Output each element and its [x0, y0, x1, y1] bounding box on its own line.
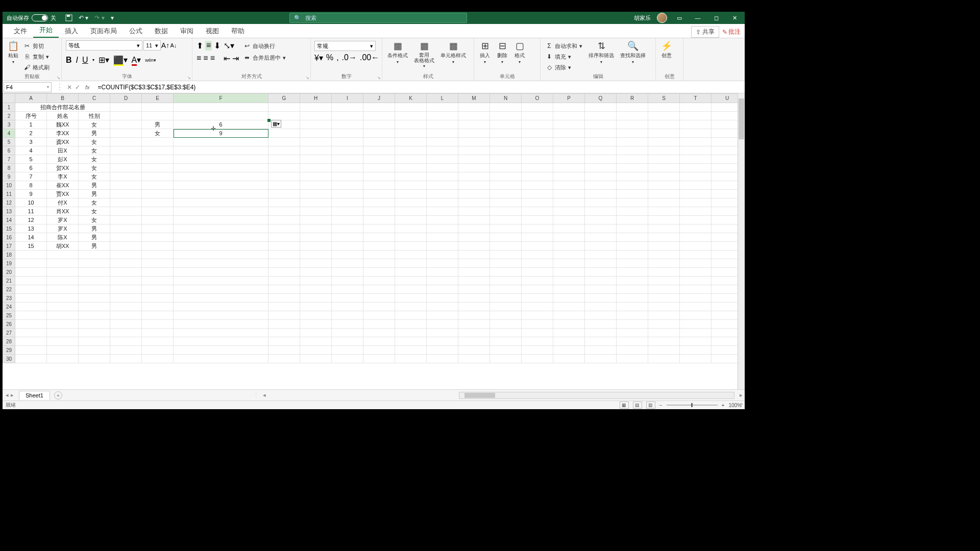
- cell[interactable]: [553, 294, 585, 303]
- fx-icon[interactable]: fx: [83, 84, 92, 90]
- cell[interactable]: [427, 155, 458, 164]
- cell[interactable]: [268, 268, 300, 277]
- cell[interactable]: [363, 120, 395, 129]
- cell[interactable]: [47, 268, 79, 277]
- cell[interactable]: [47, 285, 79, 294]
- cell[interactable]: [300, 251, 332, 259]
- row-header[interactable]: 23: [3, 294, 15, 303]
- cell[interactable]: [174, 277, 268, 285]
- cell[interactable]: [585, 164, 617, 172]
- zoom-in-icon[interactable]: +: [722, 403, 725, 408]
- cell[interactable]: [268, 172, 300, 181]
- cell[interactable]: [553, 329, 585, 337]
- cell[interactable]: [142, 172, 174, 181]
- zoom-slider[interactable]: [667, 405, 718, 406]
- cell[interactable]: 龚XX: [47, 138, 79, 146]
- cell[interactable]: [174, 103, 268, 112]
- cell[interactable]: [617, 337, 648, 346]
- cell[interactable]: [617, 224, 648, 233]
- paste-button[interactable]: 📋 粘贴 ▾: [5, 39, 22, 65]
- redo-icon[interactable]: ↷ ▾: [94, 14, 104, 21]
- cell[interactable]: [553, 155, 585, 164]
- cell[interactable]: [490, 164, 522, 172]
- cell[interactable]: [332, 216, 363, 224]
- cell[interactable]: [490, 207, 522, 216]
- row-header[interactable]: 14: [3, 216, 15, 224]
- cell[interactable]: [363, 138, 395, 146]
- cell[interactable]: 女: [79, 120, 110, 129]
- row-header[interactable]: 17: [3, 242, 15, 251]
- indent-increase-icon[interactable]: ⇥: [232, 54, 239, 63]
- row-header[interactable]: 26: [3, 320, 15, 329]
- cell[interactable]: [300, 164, 332, 172]
- cell[interactable]: [617, 311, 648, 320]
- cell[interactable]: [363, 190, 395, 198]
- cell[interactable]: [110, 164, 142, 172]
- row-header[interactable]: 5: [3, 138, 15, 146]
- cell[interactable]: [617, 103, 648, 112]
- cell[interactable]: [648, 198, 680, 207]
- launcher-icon[interactable]: ↘: [187, 76, 191, 80]
- cell[interactable]: [110, 216, 142, 224]
- cell[interactable]: [300, 198, 332, 207]
- cell[interactable]: [174, 294, 268, 303]
- cell[interactable]: [585, 155, 617, 164]
- row-header[interactable]: 16: [3, 233, 15, 242]
- column-header[interactable]: Q: [585, 94, 617, 103]
- cell[interactable]: [680, 294, 712, 303]
- cell[interactable]: [174, 259, 268, 268]
- cell[interactable]: [142, 355, 174, 363]
- cell[interactable]: [553, 303, 585, 311]
- cell[interactable]: [268, 224, 300, 233]
- fill-handle[interactable]: [267, 119, 271, 122]
- cell[interactable]: [680, 242, 712, 251]
- cell[interactable]: 女: [79, 172, 110, 181]
- cell[interactable]: [553, 224, 585, 233]
- cell[interactable]: [648, 190, 680, 198]
- cell[interactable]: [490, 216, 522, 224]
- cell[interactable]: [585, 103, 617, 112]
- cell[interactable]: [680, 164, 712, 172]
- cell[interactable]: 3: [15, 138, 47, 146]
- cell[interactable]: [332, 242, 363, 251]
- cell[interactable]: [553, 311, 585, 320]
- cell[interactable]: [490, 242, 522, 251]
- cell[interactable]: [395, 207, 427, 216]
- format-cells-button[interactable]: ▢格式▾: [511, 39, 528, 65]
- cell[interactable]: [110, 146, 142, 155]
- cell[interactable]: [15, 268, 47, 277]
- cell[interactable]: [680, 198, 712, 207]
- cell[interactable]: [363, 337, 395, 346]
- row-header[interactable]: 12: [3, 198, 15, 207]
- cell[interactable]: [332, 146, 363, 155]
- cell[interactable]: [110, 172, 142, 181]
- collapse-ribbon-icon[interactable]: ⌃: [740, 403, 744, 408]
- cell[interactable]: [363, 311, 395, 320]
- align-right-icon[interactable]: ≡: [210, 54, 215, 63]
- hscroll-left-icon[interactable]: ◂: [261, 392, 268, 398]
- tab-formulas[interactable]: 公式: [123, 24, 149, 38]
- cell[interactable]: [395, 103, 427, 112]
- cell[interactable]: [553, 216, 585, 224]
- tab-file[interactable]: 文件: [8, 24, 33, 38]
- cell[interactable]: [332, 311, 363, 320]
- column-header[interactable]: C: [79, 94, 110, 103]
- cell[interactable]: [142, 251, 174, 259]
- cell[interactable]: [458, 355, 490, 363]
- cell[interactable]: [395, 268, 427, 277]
- cell[interactable]: [395, 146, 427, 155]
- cell[interactable]: [617, 112, 648, 120]
- italic-button[interactable]: I: [76, 56, 78, 65]
- cell[interactable]: [427, 112, 458, 120]
- cell[interactable]: [174, 112, 268, 120]
- cell[interactable]: [332, 329, 363, 337]
- cell[interactable]: [648, 303, 680, 311]
- cell[interactable]: [363, 112, 395, 120]
- cell[interactable]: [300, 355, 332, 363]
- cell[interactable]: [617, 242, 648, 251]
- cell[interactable]: [490, 259, 522, 268]
- launcher-icon[interactable]: ↘: [306, 76, 309, 80]
- cell[interactable]: [363, 320, 395, 329]
- cell[interactable]: [300, 294, 332, 303]
- cell[interactable]: [490, 294, 522, 303]
